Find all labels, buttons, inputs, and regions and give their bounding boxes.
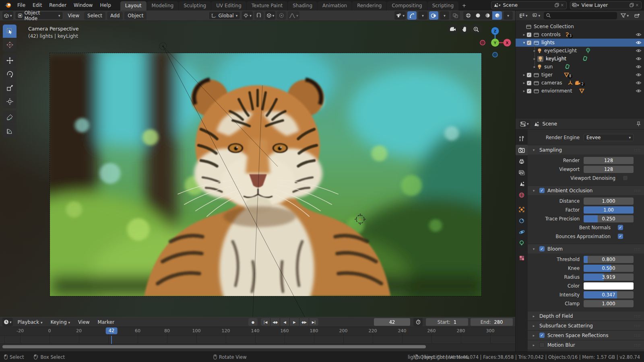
ambient-occlusion-checkbox[interactable]: ✓ <box>539 188 545 193</box>
bloom-intensity-slider[interactable]: 0.347 <box>584 291 634 298</box>
bloom-clamp-field[interactable]: 1.000 <box>584 300 634 307</box>
proportional-editing-cube-button[interactable]: ▾ <box>265 11 276 20</box>
tab-scene[interactable] <box>516 179 528 189</box>
tab-compositing[interactable]: Compositing <box>387 1 427 10</box>
timeline-scrollbar-handle[interactable] <box>2 345 426 348</box>
viewport-denoising-checkbox[interactable] <box>623 175 628 181</box>
motion-blur-checkbox[interactable] <box>539 342 545 348</box>
tool-select-box[interactable] <box>3 25 17 38</box>
tab-output[interactable] <box>516 156 528 167</box>
mode-dropdown[interactable]: Object Mode ▾ <box>15 11 63 20</box>
menu-object[interactable]: Object <box>124 12 147 20</box>
screen-space-reflections-checkbox[interactable]: ✓ <box>539 333 545 338</box>
pin-icon[interactable] <box>636 121 641 127</box>
bent-normals-checkbox[interactable]: ✓ <box>618 225 623 230</box>
menu-window[interactable]: Window <box>70 1 96 9</box>
use-preview-range-button[interactable] <box>413 318 423 326</box>
previous-keyframe-button[interactable]: ◀◆ <box>270 318 280 326</box>
panel-subsurface-scattering-header[interactable]: ▸ Subsurface Scattering :::: <box>528 321 644 330</box>
panel-drag-icon[interactable]: :::: <box>634 343 641 347</box>
current-frame-indicator[interactable]: 42 <box>106 327 118 334</box>
visibility-eye-icon[interactable] <box>636 73 642 77</box>
tab-shading[interactable]: Shading <box>288 1 317 10</box>
expand-icon[interactable]: ▸ <box>521 81 527 85</box>
tool-transform[interactable] <box>3 95 17 108</box>
shading-solid-button[interactable] <box>473 11 483 20</box>
tab-view-layer[interactable] <box>516 167 528 178</box>
render-engine-dropdown[interactable]: Eevee ▾ <box>584 134 634 141</box>
camera-view-button[interactable] <box>447 24 458 35</box>
tab-object-data-light[interactable] <box>516 238 528 249</box>
visibility-eye-icon[interactable] <box>636 57 642 61</box>
add-workspace-button[interactable]: + <box>459 1 469 10</box>
tab-render[interactable] <box>516 145 528 155</box>
menu-marker[interactable]: Marker <box>95 318 118 326</box>
snap-magnet-toggle[interactable] <box>254 11 264 20</box>
blender-logo-icon[interactable] <box>4 2 12 8</box>
timeline-editor-type-button[interactable]: ▾ <box>2 318 13 326</box>
ao-distance-field[interactable]: 1.000 <box>584 197 634 205</box>
visibility-eye-icon[interactable] <box>636 65 642 69</box>
panel-drag-icon[interactable]: :::: <box>634 148 641 152</box>
show-hide-dropdown[interactable]: ▾ <box>394 11 406 20</box>
tab-constraints[interactable] <box>516 216 528 226</box>
panel-sampling-header[interactable]: ▾ Sampling :::: <box>528 145 644 154</box>
gizmos-toggle[interactable] <box>407 11 417 20</box>
menu-render[interactable]: Render <box>45 1 70 9</box>
tab-physics[interactable] <box>516 227 528 237</box>
panel-depth-of-field-header[interactable]: ▸ Depth of Field :::: <box>528 311 644 321</box>
tool-annotate[interactable] <box>3 111 17 124</box>
outliner-filter-button[interactable]: ▾ <box>619 11 630 20</box>
end-frame-field[interactable]: End: 280 <box>471 318 513 326</box>
shading-wireframe-button[interactable] <box>463 11 473 20</box>
collection-checkbox[interactable]: ✓ <box>527 89 531 93</box>
panel-bloom-header[interactable]: ▾ ✓ Bloom :::: <box>528 244 644 253</box>
bloom-knee-slider[interactable]: 0.500 <box>584 265 634 272</box>
tab-layout[interactable]: Layout <box>120 1 147 10</box>
visibility-eye-icon[interactable] <box>636 49 642 53</box>
collection-checkbox[interactable]: ✓ <box>527 33 531 37</box>
playhead-line[interactable] <box>111 336 112 344</box>
outliner-row-cameras[interactable]: ▸ ✓ cameras 2 <box>516 79 644 87</box>
proportional-editing-toggle[interactable] <box>277 11 286 20</box>
tab-animation[interactable]: Animation <box>318 1 352 10</box>
expand-icon[interactable]: ▸ <box>521 33 527 37</box>
menu-playback[interactable]: Playback ▾ <box>14 318 46 326</box>
timeline-track[interactable] <box>0 336 515 344</box>
tab-modeling[interactable]: Modeling <box>147 1 179 10</box>
outliner-row-sun[interactable]: ▸ sun <box>516 63 644 71</box>
shading-dropdown[interactable]: ▾ <box>504 11 513 20</box>
new-collection-button[interactable] <box>632 11 642 20</box>
panel-drag-icon[interactable]: :::: <box>634 333 641 337</box>
panel-screen-space-reflections-header[interactable]: ▸ ✓ Screen Space Reflections :::: <box>528 330 644 340</box>
outliner-filter-id-dropdown[interactable]: ▾ <box>531 11 542 20</box>
outliner-search-input[interactable] <box>544 12 617 19</box>
tab-world[interactable] <box>516 190 528 200</box>
tab-uv-editing[interactable]: UV Editing <box>211 1 246 10</box>
menu-keying[interactable]: Keying ▾ <box>47 318 73 326</box>
next-keyframe-button[interactable]: ◆▶ <box>299 318 309 326</box>
gizmos-dropdown[interactable]: ▾ <box>418 11 427 20</box>
tool-scale[interactable] <box>3 81 17 95</box>
jump-to-start-button[interactable]: |◀ <box>261 318 270 326</box>
navigation-gizmo[interactable]: Z X Y <box>477 23 513 59</box>
snap-target-button[interactable]: ▾ <box>242 11 253 20</box>
new-view-layer-icon[interactable] <box>629 3 635 7</box>
view-layer-selector[interactable]: ▾ View Layer × <box>570 1 642 9</box>
outliner-row-controls[interactable]: ▸ ✓ controls 3 <box>516 31 644 39</box>
tab-sculpting[interactable]: Sculpting <box>179 1 211 10</box>
tab-rendering[interactable]: Rendering <box>352 1 386 10</box>
new-scene-icon[interactable] <box>554 3 560 7</box>
tool-cursor[interactable] <box>3 38 17 51</box>
start-frame-field[interactable]: Start: 1 <box>426 318 468 326</box>
menu-view[interactable]: View <box>65 12 83 20</box>
scene-selector[interactable]: ▾ Scene × <box>491 1 567 9</box>
tab-object[interactable] <box>516 204 528 215</box>
panel-motion-blur-header[interactable]: ▸ Motion Blur :::: <box>528 340 644 350</box>
unlink-scene-icon[interactable]: × <box>560 3 565 7</box>
visibility-eye-icon[interactable] <box>636 89 642 93</box>
light-object-gizmo[interactable] <box>159 43 167 50</box>
play-button[interactable]: ▶ <box>290 318 299 326</box>
expand-icon[interactable]: ▸ <box>521 73 527 77</box>
menu-file[interactable]: File <box>14 1 29 9</box>
